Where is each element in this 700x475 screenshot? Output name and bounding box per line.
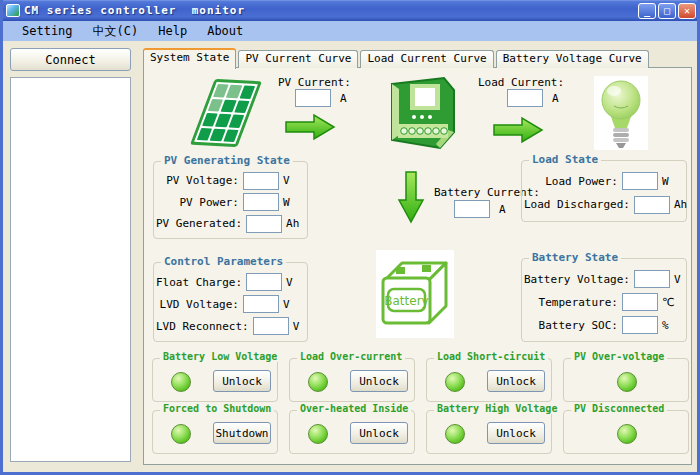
pv-disconnected-alarm: PV Disconnected [563,410,689,454]
group-title: Control Parameters [161,255,286,268]
lvd-reconnect-label: LVD Reconnect: [156,320,249,333]
battery-icon: Battery [376,250,454,338]
temperature-label: Temperature: [524,296,618,309]
app-window: CM series controller monitor _ □ ✕ Setti… [0,0,700,475]
arrow-down-icon [396,170,426,224]
arrow-right-icon [492,115,544,145]
battery-state-group: Battery State Battery Voltage: V Tempera… [521,258,687,342]
pv-current-unit: A [340,92,347,105]
system-state-panel: PV Current: A Load Current: [143,67,692,465]
pv-over-voltage-alarm: PV Over-voltage [563,358,689,402]
unlock-button[interactable]: Unlock [487,370,545,392]
pv-generated-label: PV Generated: [156,217,242,230]
pv-current-label: PV Current: [278,76,351,89]
connect-button[interactable]: Connect [10,48,131,71]
device-list[interactable] [10,77,131,462]
menu-setting[interactable]: Setting [12,22,83,40]
menu-about[interactable]: About [197,22,253,40]
arrow-right-icon [284,112,336,142]
tab-load-current-curve[interactable]: Load Current Curve [360,50,493,68]
pv-power-input[interactable] [243,193,279,211]
tab-system-state[interactable]: System State [143,48,236,69]
status-led [617,424,637,444]
pv-generating-state-group: PV Generating State PV Voltage: V PV Pow… [153,161,308,239]
pv-generated-unit: Ah [286,217,301,230]
lvd-reconnect-unit: V [293,320,301,333]
status-led [308,372,328,392]
lvd-reconnect-input[interactable] [253,317,289,335]
pv-generated-input[interactable] [246,215,282,233]
status-led [171,372,191,392]
tab-strip: System State PV Current Curve Load Curre… [143,47,651,68]
solar-panel-icon [186,76,266,152]
battery-soc-unit: % [662,319,680,332]
float-charge-input[interactable] [246,273,282,291]
load-discharged-input[interactable] [634,196,670,214]
battery-soc-input[interactable] [622,316,658,334]
lvd-voltage-label: LVD Voltage: [156,298,239,311]
status-led [308,424,328,444]
group-title: Battery State [529,251,621,264]
load-power-unit: W [662,175,680,188]
tab-pv-current-curve[interactable]: PV Current Curve [238,50,358,68]
alarm-title: Load Over-current [297,351,405,362]
controller-icon [382,72,462,154]
load-current-input[interactable] [507,89,543,107]
lvd-voltage-input[interactable] [243,295,279,313]
battery-high-voltage-alarm: Battery High Voltage Unlock [426,410,552,454]
alarm-title: Load Short-circuit [434,351,548,362]
menu-bar: Setting 中文(C) Help About [0,21,700,41]
over-heated-inside-alarm: Over-heated Inside Unlock [289,410,415,454]
status-led [445,424,465,444]
unlock-button[interactable]: Unlock [213,370,271,392]
load-discharged-unit: Ah [674,198,687,211]
load-discharged-label: Load Discharged: [524,198,630,211]
temperature-unit: ℃ [662,296,680,309]
control-parameters-group: Control Parameters Float Charge: V LVD V… [153,262,308,342]
minimize-button[interactable]: _ [638,3,656,19]
alarm-title: PV Over-voltage [571,351,667,362]
status-led [171,424,191,444]
load-state-group: Load State Load Power: W Load Discharged… [521,160,687,222]
alarm-title: Battery High Voltage [434,403,560,414]
alarm-title: Forced to Shutdown [160,403,274,414]
battery-soc-label: Battery SOC: [524,319,618,332]
unlock-button[interactable]: Unlock [350,422,408,444]
window-title: CM series controller monitor [24,4,245,17]
tab-battery-voltage-curve[interactable]: Battery Voltage Curve [496,50,649,68]
load-power-input[interactable] [622,172,658,190]
alarm-title: Battery Low Voltage [160,351,280,362]
status-led [445,372,465,392]
load-current-unit: A [552,92,559,105]
pv-power-unit: W [283,196,301,209]
load-over-current-alarm: Load Over-current Unlock [289,358,415,402]
forced-to-shutdown-alarm: Forced to Shutdown Shutdown [152,410,278,454]
temperature-input[interactable] [622,293,658,311]
battery-current-unit: A [499,203,506,216]
lvd-voltage-unit: V [283,298,301,311]
battery-low-voltage-alarm: Battery Low Voltage Unlock [152,358,278,402]
shutdown-button[interactable]: Shutdown [213,422,271,444]
battery-voltage-input[interactable] [634,270,670,288]
pv-current-input[interactable] [295,89,331,107]
maximize-button[interactable]: □ [658,3,676,19]
status-led [617,372,637,392]
load-current-label: Load Current: [478,76,564,89]
app-icon [6,4,20,17]
pv-voltage-unit: V [283,174,301,187]
battery-current-input[interactable] [454,200,490,218]
pv-voltage-input[interactable] [243,172,279,190]
close-button[interactable]: ✕ [678,3,696,19]
alarm-title: Over-heated Inside [297,403,411,414]
menu-language[interactable]: 中文(C) [83,21,149,42]
battery-voltage-unit: V [674,273,681,286]
battery-voltage-label: Battery Voltage: [524,273,630,286]
group-title: Load State [529,153,601,166]
battery-text: Battery [384,294,428,308]
unlock-button[interactable]: Unlock [350,370,408,392]
group-title: PV Generating State [161,154,293,167]
unlock-button[interactable]: Unlock [487,422,545,444]
float-charge-unit: V [286,276,301,289]
menu-help[interactable]: Help [148,22,197,40]
bulb-icon [594,76,648,150]
